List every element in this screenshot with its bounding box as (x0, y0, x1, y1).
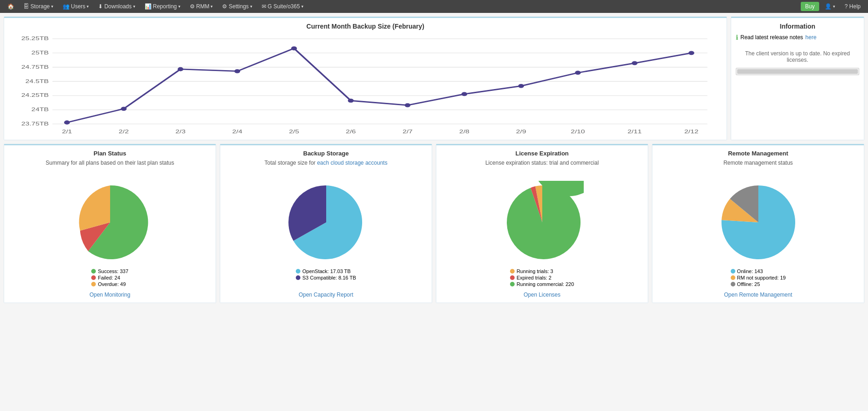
svg-text:2/8: 2/8 (459, 129, 469, 134)
svg-point-19 (348, 99, 354, 103)
running-commercial-dot (510, 282, 515, 286)
buy-button[interactable]: Buy (801, 2, 820, 11)
svg-text:25.25TB: 25.25TB (21, 36, 49, 42)
nav-gsuite[interactable]: ✉ G Suite/o365 ▾ (258, 0, 307, 13)
svg-point-15 (121, 107, 127, 111)
legend-failed: Failed: 24 (91, 275, 128, 280)
user-menu[interactable]: 👤 ▾ (821, 0, 839, 13)
license-expiration-legend: Running trials: 3 Expired trials: 2 Runn… (510, 268, 574, 288)
plan-status-pie (69, 181, 152, 264)
caret-icon: ▾ (87, 4, 89, 9)
info-note: ℹ Read latest release notes here (736, 34, 859, 41)
caret-icon: ▾ (833, 4, 835, 9)
nav-users[interactable]: 👥 Users ▾ (59, 0, 93, 13)
user-icon: 👤 (825, 3, 832, 10)
svg-text:24TB: 24TB (31, 107, 49, 113)
legend-openstack: OpenStack: 17.03 TB (296, 268, 356, 274)
backup-storage-card: Backup Storage Total storage size for ea… (220, 144, 432, 303)
nav-settings[interactable]: ⚙ Settings ▾ (218, 0, 256, 13)
legend-offline: Offline: 25 (731, 281, 786, 287)
chart-svg: 25.25TB 25TB 24.75TB 24.5TB 24.25TB 24TB… (9, 34, 722, 135)
svg-point-23 (575, 71, 581, 75)
release-notes-link[interactable]: here (805, 34, 816, 41)
nav-downloads[interactable]: ⬇ Downloads ▾ (94, 0, 139, 13)
help-icon: ? (845, 3, 848, 10)
rmm-icon: ⚙ (190, 3, 195, 10)
users-icon: 👥 (63, 3, 70, 10)
success-dot (91, 269, 96, 274)
nav-reporting[interactable]: 📊 Reporting ▾ (141, 0, 184, 13)
top-row: Current Month Backup Size (February) 25.… (4, 17, 864, 140)
plan-status-title: Plan Status (94, 150, 126, 157)
legend-rm-not-supported: RM not supported: 19 (731, 275, 786, 280)
svg-text:2/6: 2/6 (346, 129, 356, 134)
svg-text:2/2: 2/2 (119, 129, 129, 134)
chart-area: 25.25TB 25TB 24.75TB 24.5TB 24.25TB 24TB… (9, 34, 722, 135)
license-expiration-svg (501, 181, 584, 264)
main-content: Current Month Backup Size (February) 25.… (0, 13, 868, 307)
caret-icon: ▾ (211, 4, 213, 9)
svg-text:2/7: 2/7 (403, 129, 413, 134)
gsuite-icon: ✉ (262, 3, 266, 10)
svg-text:23.75TB: 23.75TB (21, 121, 49, 126)
legend-success: Success: 337 (91, 268, 128, 274)
settings-icon: ⚙ (222, 3, 227, 10)
legend-overdue: Overdue: 49 (91, 281, 128, 287)
svg-point-25 (688, 51, 694, 55)
caret-icon: ▾ (133, 4, 135, 9)
open-remote-management-link[interactable]: Open Remote Management (724, 292, 792, 298)
legend-expired-trials: Expired trials: 2 (510, 275, 574, 280)
open-monitoring-link[interactable]: Open Monitoring (89, 292, 130, 298)
svg-text:2/4: 2/4 (232, 129, 242, 134)
plan-status-desc: Summary for all plans based on their las… (46, 160, 174, 176)
remote-management-card: Remote Management Remote management stat… (652, 144, 864, 303)
legend-running-trials: Running trials: 3 (510, 268, 574, 274)
svg-text:2/3: 2/3 (176, 129, 186, 134)
expired-trials-dot (510, 275, 515, 280)
backup-storage-pie (285, 181, 368, 264)
license-expiration-card: License Expiration License expiration st… (436, 144, 648, 303)
openstack-dot (296, 269, 300, 274)
svg-point-14 (64, 120, 70, 125)
license-expiration-desc: License expiration status: trial and com… (485, 160, 598, 176)
scrollbar[interactable] (736, 68, 859, 75)
help-link[interactable]: ? Help (841, 3, 864, 10)
remote-management-pie (717, 181, 800, 264)
nav-rmm[interactable]: ⚙ RMM ▾ (186, 0, 217, 13)
license-expiration-title: License Expiration (516, 150, 569, 157)
svg-point-24 (632, 61, 638, 65)
legend-online: Online: 143 (731, 268, 786, 274)
running-trials-dot (510, 269, 515, 274)
svg-text:24.5TB: 24.5TB (25, 78, 49, 84)
chart-panel: Current Month Backup Size (February) 25.… (4, 17, 727, 140)
backup-storage-legend: OpenStack: 17.03 TB S3 Compatible: 8.16 … (296, 268, 356, 281)
remote-management-desc: Remote management status (723, 160, 793, 176)
note-text: Read latest release notes (740, 34, 803, 41)
remote-management-svg (717, 181, 800, 264)
license-expiration-pie (501, 181, 584, 264)
storage-icon: 🗄 (23, 3, 29, 10)
scrollbar-thumb (737, 69, 858, 74)
info-circle-icon: ℹ (736, 34, 738, 41)
nav-storage[interactable]: 🗄 Storage ▾ (20, 0, 57, 13)
svg-text:24.25TB: 24.25TB (21, 93, 49, 98)
svg-text:2/1: 2/1 (62, 129, 72, 134)
downloads-icon: ⬇ (98, 3, 103, 10)
open-capacity-link[interactable]: Open Capacity Report (299, 292, 353, 298)
failed-dot (91, 275, 96, 280)
plan-status-svg (69, 181, 152, 264)
svg-point-22 (518, 84, 524, 88)
bottom-row: Plan Status Summary for all plans based … (4, 144, 864, 303)
svg-point-21 (462, 92, 468, 96)
svg-point-20 (405, 103, 411, 107)
svg-point-17 (235, 69, 240, 73)
online-dot (731, 269, 735, 274)
caret-icon: ▾ (301, 4, 304, 9)
nav-home-icon[interactable]: 🏠 (4, 0, 18, 13)
svg-text:2/5: 2/5 (289, 129, 299, 134)
status-text: The client version is up to date. No exp… (736, 50, 859, 63)
svg-text:2/12: 2/12 (684, 129, 698, 134)
info-panel: Information ℹ Read latest release notes … (731, 17, 864, 140)
open-licenses-link[interactable]: Open Licenses (523, 292, 560, 298)
plan-status-legend: Success: 337 Failed: 24 Overdue: 49 (91, 268, 128, 288)
